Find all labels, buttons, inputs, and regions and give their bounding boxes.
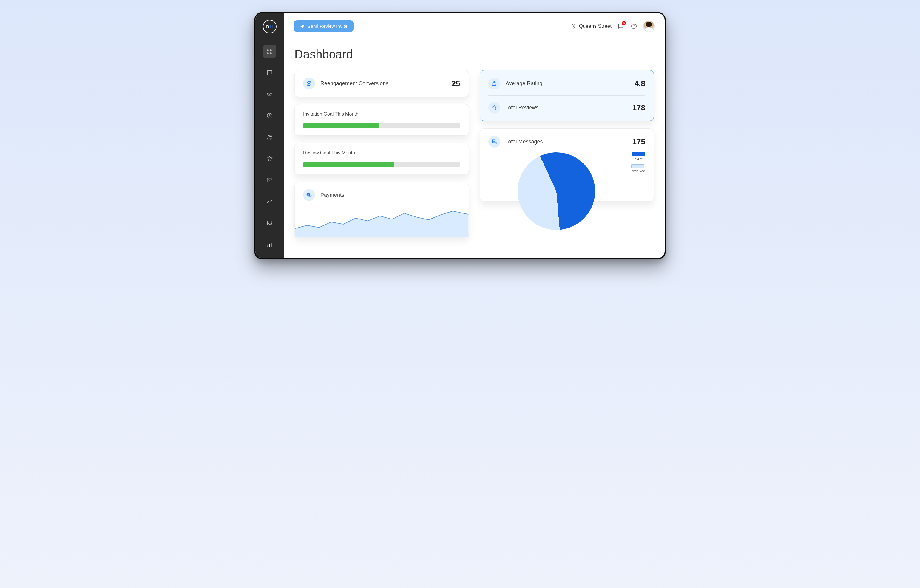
svg-point-5 — [270, 93, 272, 95]
payments-label: Payments — [321, 192, 460, 198]
card-reviews-summary: Average Rating 4.8 Total Reviews 178 — [480, 70, 654, 121]
topbar: Send Review Invite Queens Street 5 — [284, 13, 665, 39]
help-icon — [631, 23, 637, 29]
review-goal-progress — [303, 162, 460, 167]
thumbs-up-icon — [491, 81, 497, 86]
coins-icon — [306, 192, 312, 198]
sidebar-item-contacts[interactable] — [263, 131, 276, 144]
sidebar-item-reports[interactable] — [263, 238, 276, 251]
review-goal-bar — [303, 162, 394, 167]
svg-rect-2 — [267, 52, 269, 54]
messages-value: 175 — [632, 137, 645, 146]
sidebar-item-messages[interactable] — [263, 66, 276, 79]
messages-pie-chart — [505, 139, 608, 243]
reengagement-label: Reengagement Conversions — [321, 81, 446, 87]
sidebar: DH ••• — [255, 13, 284, 258]
trend-icon — [266, 198, 273, 205]
legend-received-swatch — [631, 164, 645, 168]
legend-sent-swatch — [632, 152, 645, 156]
users-icon — [266, 134, 273, 141]
payments-sparkline-icon — [295, 204, 469, 237]
sidebar-item-history[interactable] — [263, 109, 276, 122]
payments-icon-badge — [303, 189, 315, 201]
invitation-goal-progress — [303, 123, 460, 128]
grid-icon — [266, 48, 273, 55]
sidebar-item-analytics[interactable] — [263, 195, 276, 208]
sidebar-item-dashboard[interactable] — [263, 45, 276, 58]
send-review-invite-button[interactable]: Send Review Invite — [294, 20, 353, 32]
sidebar-item-voicemail[interactable] — [263, 88, 276, 101]
svg-rect-14 — [270, 243, 272, 247]
reviews-icon-badge — [488, 102, 500, 114]
clock-icon — [266, 112, 273, 119]
brand-logo: DH ••• — [263, 20, 277, 33]
page-title: Dashboard — [295, 48, 654, 61]
svg-point-19 — [307, 193, 310, 195]
send-review-invite-label: Send Review Invite — [308, 24, 348, 29]
invitation-goal-title: Invitation Goal This Month — [303, 111, 460, 117]
mail-icon — [266, 177, 273, 183]
location-pin-icon — [571, 24, 577, 29]
notification-badge: 5 — [621, 21, 627, 26]
sidebar-item-tray[interactable] — [263, 216, 276, 229]
chat-icon — [266, 69, 273, 76]
main-area: Send Review Invite Queens Street 5 Dashb… — [284, 13, 665, 258]
messages-legend: Sent Received — [630, 152, 645, 173]
svg-point-18 — [308, 83, 309, 84]
content: Dashboard Reengagement Conversions 25 — [284, 39, 665, 258]
notifications-button[interactable]: 5 — [617, 23, 625, 30]
card-reengagement: Reengagement Conversions 25 — [295, 70, 469, 97]
legend-sent: Sent — [632, 152, 645, 161]
rating-icon-badge — [488, 78, 500, 89]
legend-sent-label: Sent — [635, 157, 643, 161]
refresh-user-icon — [306, 81, 312, 86]
payments-chart — [295, 204, 469, 237]
svg-point-8 — [268, 136, 270, 137]
star-outline-icon — [491, 105, 497, 111]
conversation-icon — [491, 139, 497, 145]
tray-icon — [266, 220, 273, 226]
sidebar-item-inbox[interactable] — [263, 174, 276, 187]
bars-icon — [266, 241, 273, 248]
card-total-messages: Total Messages 175 Sent — [480, 128, 654, 202]
svg-point-15 — [573, 25, 575, 26]
voicemail-icon — [266, 91, 273, 97]
messages-icon-badge — [488, 136, 500, 148]
star-icon — [266, 155, 273, 162]
card-payments: Payments — [295, 182, 469, 237]
svg-rect-12 — [267, 245, 268, 247]
svg-rect-3 — [270, 52, 272, 54]
sidebar-item-reviews[interactable] — [263, 152, 276, 165]
svg-point-9 — [270, 136, 272, 137]
invitation-goal-bar — [303, 123, 379, 128]
review-goal-title: Review Goal This Month — [303, 150, 460, 156]
paper-plane-icon — [300, 24, 305, 29]
dashboard-grid: Reengagement Conversions 25 Invitation G… — [295, 70, 654, 237]
svg-rect-1 — [270, 49, 272, 51]
app-frame: DH ••• — [254, 12, 666, 259]
messages-label: Total Messages — [505, 139, 627, 145]
location-selector[interactable]: Queens Street — [571, 23, 612, 29]
user-avatar[interactable] — [643, 21, 654, 32]
messages-pie-wrap — [488, 152, 624, 194]
reengagement-value: 25 — [452, 79, 460, 88]
divider — [488, 95, 646, 96]
rating-label: Average Rating — [505, 81, 629, 87]
svg-point-17 — [633, 27, 634, 28]
rating-value: 4.8 — [635, 79, 645, 88]
svg-rect-10 — [267, 178, 272, 182]
card-review-goal: Review Goal This Month — [295, 143, 469, 174]
left-column: Reengagement Conversions 25 Invitation G… — [295, 70, 469, 237]
svg-point-4 — [267, 93, 269, 95]
svg-rect-13 — [269, 244, 270, 247]
location-name: Queens Street — [579, 23, 612, 29]
brand-logo-text: DH — [266, 24, 273, 29]
reengagement-icon-badge — [303, 78, 315, 89]
legend-received: Received — [630, 164, 645, 173]
legend-received-label: Received — [630, 169, 645, 173]
brand-logo-dots: ••• — [267, 29, 272, 31]
card-invitation-goal: Invitation Goal This Month — [295, 104, 469, 136]
svg-rect-0 — [267, 49, 269, 51]
reviews-value: 178 — [632, 103, 645, 112]
help-button[interactable] — [630, 23, 638, 30]
